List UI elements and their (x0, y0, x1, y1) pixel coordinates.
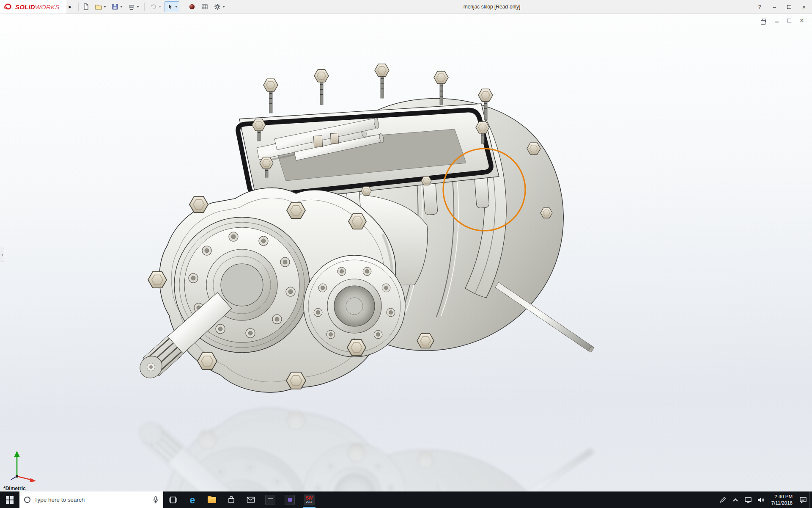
media-app-icon (285, 495, 295, 505)
viewport-close-button[interactable]: ✕ (798, 17, 805, 23)
media-app-button[interactable] (280, 491, 299, 508)
panel-collapse-tab[interactable]: ◂ (0, 248, 4, 262)
hidden-icons-button[interactable] (729, 491, 742, 508)
solidworks-app-button[interactable]: SW 2017 (299, 491, 319, 508)
viewport-maximize-icon (787, 19, 791, 22)
taskbar-clock[interactable]: 2:40 PM 7/11/2018 (767, 491, 797, 508)
new-document-button[interactable] (80, 1, 91, 12)
minimize-button[interactable]: – (771, 3, 778, 11)
viewport-maximize-button[interactable] (786, 17, 793, 23)
system-tray: 2:40 PM 7/11/2018 (716, 491, 812, 508)
save-icon (111, 3, 119, 11)
collapse-arrow-icon: ◂ (1, 253, 3, 257)
microphone-icon[interactable] (153, 496, 159, 504)
select-dropdown-caret[interactable] (175, 6, 178, 8)
start-icon (6, 496, 14, 504)
select-arrow-icon (166, 3, 174, 11)
toolbar-separator (78, 3, 79, 11)
undo-dropdown-caret[interactable] (159, 6, 161, 8)
pen-icon (719, 497, 726, 503)
taskbar-search[interactable] (19, 491, 163, 508)
pen-button[interactable] (716, 491, 729, 508)
floor-reflection (135, 408, 595, 491)
open-button[interactable] (93, 1, 108, 12)
document-title: menjac sklop [Read-only] (464, 4, 521, 10)
show-desktop-button[interactable] (809, 491, 812, 508)
window-controls: ? – × (756, 0, 808, 14)
viewport-minimize-icon (775, 22, 779, 22)
start-button[interactable] (0, 491, 19, 508)
volume-icon (757, 497, 764, 503)
brand-text: SOLIDWORKS (15, 3, 60, 11)
notification-center-icon (799, 497, 807, 503)
toolbar-separator (183, 3, 183, 11)
hidden-icons-chevron-icon (733, 498, 738, 503)
save-dropdown-caret[interactable] (120, 6, 123, 8)
file-explorer-button[interactable] (202, 491, 222, 508)
notification-center-button[interactable] (797, 491, 809, 508)
orientation-triad (6, 445, 45, 484)
solidworks-logo: SOLIDWORKS (0, 0, 66, 14)
appearance-button[interactable] (187, 1, 198, 12)
task-view-button[interactable] (163, 491, 183, 508)
viewport-restore-icon (762, 19, 766, 22)
options-dropdown-caret[interactable] (222, 6, 225, 8)
mail-icon (247, 497, 255, 503)
viewport-window-controls: ✕ (760, 17, 805, 23)
options-button[interactable] (212, 1, 227, 12)
open-dropdown-caret[interactable] (104, 6, 106, 8)
viewport-minimize-button[interactable] (773, 17, 780, 23)
maximize-icon (787, 5, 791, 9)
new-document-icon (82, 3, 90, 11)
select-button[interactable] (165, 1, 179, 12)
options-gear-icon (214, 3, 221, 11)
menu-flyout-arrow-icon[interactable]: ▶ (69, 5, 72, 9)
model-canvas[interactable] (0, 14, 812, 491)
edge-icon: e (189, 495, 195, 505)
maximize-button[interactable] (785, 3, 793, 11)
undo-button[interactable] (148, 1, 163, 12)
solidworks-2017-icon: SW 2017 (304, 494, 315, 505)
console-app-button[interactable] (261, 491, 280, 508)
store-icon (228, 496, 235, 504)
volume-button[interactable] (754, 491, 767, 508)
viewport-restore-button[interactable] (760, 17, 767, 23)
edge-button[interactable]: e (183, 491, 202, 508)
help-button[interactable]: ? (756, 3, 763, 11)
network-icon (744, 497, 752, 503)
store-button[interactable] (222, 491, 241, 508)
clock-time: 2:40 PM (771, 494, 793, 500)
file-explorer-icon (208, 497, 216, 503)
gearbox-model (135, 64, 595, 392)
toolbar-separator (144, 3, 145, 11)
mail-button[interactable] (241, 491, 261, 508)
network-button[interactable] (742, 491, 754, 508)
view-orientation-label: *Dimetric (3, 486, 26, 491)
cortana-circle-icon (24, 497, 30, 503)
standard-toolbar (80, 0, 227, 14)
design-table-icon (201, 3, 208, 11)
clock-date: 7/11/2018 (771, 500, 793, 506)
taskbar: e SW 2017 (0, 491, 812, 508)
dassault-3ds-logo-icon (3, 3, 13, 11)
undo-icon (150, 3, 157, 11)
titlebar: SOLIDWORKS ▶ (0, 0, 812, 14)
save-button[interactable] (110, 1, 124, 12)
search-input[interactable] (34, 497, 149, 503)
appearance-sphere-icon (188, 3, 196, 11)
graphics-viewport[interactable]: ✕ ◂ *Dimetric (0, 14, 812, 491)
print-icon (128, 3, 135, 11)
task-view-icon (168, 496, 178, 504)
design-table-button[interactable] (199, 1, 210, 12)
open-icon (95, 3, 102, 11)
print-button[interactable] (126, 1, 141, 12)
print-dropdown-caret[interactable] (137, 6, 139, 8)
console-app-icon (265, 495, 275, 505)
close-button[interactable]: × (800, 3, 808, 11)
